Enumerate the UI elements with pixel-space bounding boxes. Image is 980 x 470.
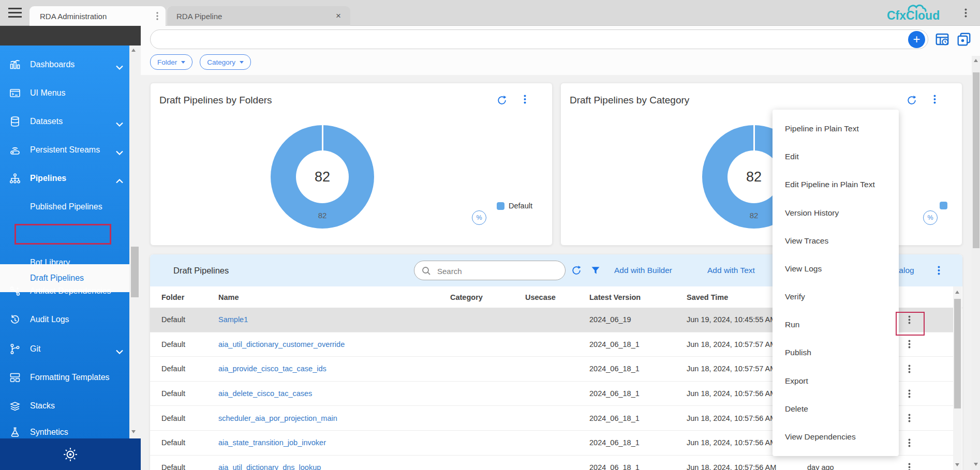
pipeline-name-link[interactable]: aia_util_dictionary_customer_override (218, 340, 345, 348)
sidebar-item-datasets[interactable]: Datasets (0, 110, 129, 133)
menu-item-view-traces[interactable]: View Traces (773, 227, 899, 255)
row-kebab-icon[interactable] (901, 332, 917, 357)
menu-item-view-dependencies[interactable]: View Dependencies (773, 423, 899, 451)
scroll-down-arrow[interactable] (955, 463, 959, 466)
chart-legend[interactable]: Default (497, 202, 532, 210)
percent-toggle-badge[interactable]: % (923, 210, 938, 225)
pipeline-name-link[interactable]: aia_state_transition_job_invoker (218, 438, 326, 447)
menu-item-verify[interactable]: Verify (773, 283, 899, 311)
window-kebab-icon[interactable] (964, 8, 967, 20)
tab-rda-administration[interactable]: RDA Administration (29, 6, 166, 26)
category-filter-chip[interactable]: Category (200, 54, 251, 70)
filter-funnel-icon[interactable] (590, 265, 601, 278)
pipeline-name-link[interactable]: aia_delete_cisco_tac_cases (218, 389, 312, 398)
column-header-latest-version[interactable]: Latest Version (589, 286, 641, 308)
app-window: RDA Administration RDA Pipeline × CfxClo… (0, 0, 980, 470)
sidebar-item-pipelines[interactable]: Pipelines (0, 167, 129, 190)
settings-gear-icon[interactable] (62, 446, 79, 463)
sidebar-item-ui-menus[interactable]: UI Menus (0, 82, 129, 104)
sidebar-item-stacks[interactable]: Stacks (0, 395, 129, 417)
scroll-up-arrow[interactable] (131, 49, 136, 52)
row-kebab-icon[interactable] (901, 382, 917, 406)
sidebar-item-dashboards[interactable]: Dashboards (0, 53, 129, 76)
sidebar-item-synthetics[interactable]: Synthetics (0, 421, 129, 438)
table-kebab-icon[interactable] (938, 266, 940, 277)
pipeline-name-link[interactable]: aia_util_dictionary_dns_lookup (218, 463, 321, 470)
copy-save-icon[interactable] (956, 32, 972, 47)
cell-folder: Default (161, 308, 185, 332)
hamburger-menu-icon[interactable] (8, 8, 22, 18)
scroll-down-arrow[interactable] (974, 463, 978, 466)
sidebar-item-git[interactable]: Git (0, 338, 129, 360)
card-kebab-icon[interactable] (524, 95, 526, 106)
page-scrollbar-thumb[interactable] (973, 72, 979, 248)
percent-toggle-badge[interactable]: % (472, 210, 486, 225)
row-kebab-icon[interactable] (901, 406, 917, 430)
add-with-text-button[interactable]: Add with Text (707, 254, 755, 286)
pipeline-name-link[interactable]: Sample1 (218, 315, 248, 324)
table-scrollbar[interactable] (953, 286, 962, 470)
cell-version: 2024_06_18_1 (589, 332, 640, 357)
history-table-icon[interactable] (934, 32, 950, 47)
tab-rda-pipeline[interactable]: RDA Pipeline × (167, 6, 350, 26)
donut-chart-folders[interactable]: 82 82 (271, 125, 374, 229)
chart-legend[interactable] (940, 202, 947, 209)
card-kebab-icon[interactable] (933, 95, 936, 106)
column-header-saved-time[interactable]: Saved Time (687, 286, 728, 308)
sidebar-item-label: Synthetics (30, 428, 68, 437)
column-header-usecase[interactable]: Usecase (525, 286, 556, 308)
chip-label: Category (207, 58, 235, 66)
table-refresh-icon[interactable] (571, 265, 582, 278)
refresh-icon[interactable] (496, 95, 508, 108)
menu-item-run[interactable]: Run (773, 311, 899, 339)
menu-item-pipeline-in-plain-text[interactable]: Pipeline in Plain Text (773, 115, 899, 143)
pipeline-name-link[interactable]: aia_provide_cisco_tac_case_ids (218, 365, 326, 373)
add-button[interactable]: + (908, 31, 925, 48)
row-kebab-icon[interactable] (901, 431, 917, 455)
sidebar-item-audit-logs[interactable]: Audit Logs (0, 308, 129, 331)
column-header-name[interactable]: Name (218, 286, 239, 308)
page-scrollbar[interactable] (972, 56, 980, 470)
sidebar-scrollbar-thumb[interactable] (131, 247, 139, 297)
table-row[interactable]: Default aia_util_dictionary_dns_lookup 2… (150, 456, 953, 470)
menu-item-publish[interactable]: Publish (773, 339, 899, 367)
scroll-down-arrow[interactable] (131, 430, 136, 433)
global-search-input[interactable] (160, 32, 897, 48)
menu-item-edit[interactable]: Edit (773, 143, 899, 171)
sidebar-item-published-pipelines[interactable]: Published Pipelines (0, 195, 129, 218)
cell-saved-time: Jun 18, 2024, 10:57:56 AM (687, 406, 776, 430)
menu-item-edit-pipeline-in-plain-text[interactable]: Edit Pipeline in Plain Text (773, 171, 899, 199)
refresh-icon[interactable] (906, 95, 917, 108)
donut-slice-label: 82 (271, 211, 374, 220)
tab-label: RDA Pipeline (176, 12, 222, 21)
menu-item-version-history[interactable]: Version History (773, 199, 899, 227)
tab-kebab-icon[interactable] (156, 12, 158, 22)
chart-title: Draft Pipelines by Category (570, 95, 689, 106)
cell-saved-time: Jun 18, 2024, 10:57:56 AM (687, 382, 776, 406)
pipeline-name-link[interactable]: scheduler_aia_por_projection_main (218, 414, 337, 422)
synthetics-icon (8, 426, 22, 438)
scroll-up-arrow[interactable] (974, 59, 978, 62)
menu-item-view-logs[interactable]: View Logs (773, 255, 899, 283)
folder-filter-chip[interactable]: Folder (150, 54, 192, 70)
menu-item-export[interactable]: Export (773, 367, 899, 395)
sidebar-item-persistent-streams[interactable]: Persistent Streams (0, 139, 129, 161)
row-kebab-icon[interactable] (901, 456, 917, 470)
tab-close-icon[interactable]: × (336, 11, 341, 21)
sidebar-item-bot-library[interactable]: Bot Library (0, 251, 129, 274)
table-search-input[interactable] (436, 264, 557, 278)
scroll-up-arrow[interactable] (955, 291, 959, 294)
pipelines-icon (8, 172, 22, 185)
legend-swatch (497, 202, 504, 210)
column-header-folder[interactable]: Folder (161, 286, 184, 308)
column-header-category[interactable]: Category (450, 286, 483, 308)
add-with-builder-button[interactable]: Add with Builder (614, 254, 672, 286)
sidebar-scrollbar[interactable] (129, 46, 141, 438)
menu-item-delete[interactable]: Delete (773, 395, 899, 423)
chart-card-category: Draft Pipelines by Category 82 82 % (560, 83, 962, 246)
row-kebab-icon[interactable] (901, 308, 917, 332)
table-scrollbar-thumb[interactable] (954, 299, 961, 408)
sidebar-item-formatting-templates[interactable]: Formatting Templates (0, 366, 129, 389)
sidebar-item-artifact-dependencies[interactable]: Artifact Dependencies (0, 280, 129, 302)
row-kebab-icon[interactable] (901, 357, 917, 381)
